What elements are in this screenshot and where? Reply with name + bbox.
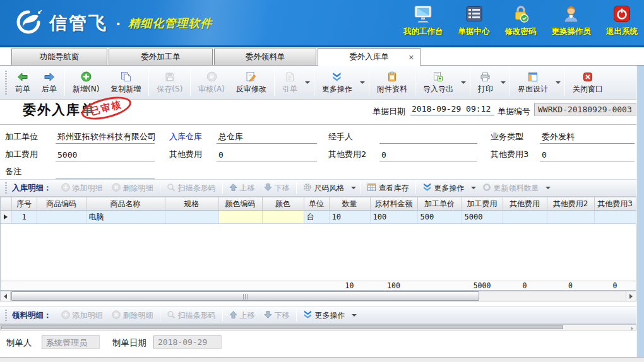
cell-other-fee[interactable]: [503, 211, 547, 224]
cell-color[interactable]: [262, 211, 304, 224]
document-center-button[interactable]: 单据中心: [458, 6, 490, 37]
import-export-button[interactable]: 导入导出: [417, 68, 459, 97]
dropdown-caret-icon[interactable]: [471, 187, 476, 189]
approve-button[interactable]: 审核(A): [193, 68, 230, 97]
col-header-other-fee3[interactable]: 其他费用3: [594, 197, 636, 211]
col-header-spec[interactable]: 规格: [165, 197, 218, 211]
prev-doc-button[interactable]: 前单: [9, 68, 36, 97]
tab-material-issue[interactable]: 委外领料单: [214, 49, 316, 65]
field-value[interactable]: 0: [540, 150, 635, 161]
col-header-other-fee2[interactable]: 其他费用2: [547, 197, 594, 211]
save-button[interactable]: 保存(S): [151, 68, 188, 97]
field-value[interactable]: 0: [217, 150, 317, 161]
size-style-button[interactable]: 尺码风格: [299, 181, 349, 196]
col-header-other-fee[interactable]: 其他费用: [503, 197, 547, 211]
material-horizontal-scrollbar[interactable]: [0, 324, 636, 330]
cell-spec[interactable]: [165, 211, 218, 224]
scroll-left-button[interactable]: [1, 291, 11, 301]
close-window-button[interactable]: 关闭窗口: [567, 68, 609, 97]
dropdown-caret-icon[interactable]: [546, 187, 551, 189]
col-header-color-code[interactable]: 颜色编码: [218, 197, 262, 211]
cell-product-code[interactable]: [37, 211, 86, 224]
view-stock-button[interactable]: 查看库存: [362, 181, 414, 196]
grid-empty-area[interactable]: [1, 224, 636, 281]
dropdown-caret-icon[interactable]: [351, 187, 356, 189]
dropdown-caret-icon[interactable]: [556, 81, 561, 84]
field-value[interactable]: 5000: [56, 150, 155, 161]
col-header-product-name[interactable]: 商品名称: [86, 197, 165, 211]
tab-inbound-order[interactable]: 委外入库单 ✕: [318, 48, 420, 66]
tab-outsourcing-order[interactable]: 委外加工单: [109, 49, 213, 65]
field-value[interactable]: [56, 167, 155, 178]
delete-row-button[interactable]: 删除明细: [107, 181, 158, 196]
material-scan-barcode-button[interactable]: 扫描条形码: [162, 308, 220, 323]
col-header-material-amount[interactable]: 原材料金额: [370, 197, 417, 211]
col-header-process-fee[interactable]: 加工费用: [462, 197, 503, 211]
dropdown-caret-icon[interactable]: [461, 81, 466, 84]
material-more-actions-button[interactable]: 更多操作: [299, 308, 350, 323]
material-move-down-button[interactable]: 下移: [259, 308, 294, 323]
copy-new-button[interactable]: 复制新增: [105, 68, 146, 97]
next-doc-button[interactable]: 后单: [36, 68, 63, 97]
move-up-button[interactable]: 上移: [225, 181, 259, 196]
pull-doc-group: 引单: [277, 68, 312, 97]
col-header-process-price[interactable]: 加工单价: [417, 197, 462, 211]
cell-product-name[interactable]: 电脑: [86, 211, 165, 224]
cell-color-code[interactable]: [218, 211, 262, 224]
field-value[interactable]: 郑州亚拓软件科技有限公司: [56, 131, 155, 144]
material-move-up-button[interactable]: 上移: [225, 308, 259, 323]
tab-function-nav[interactable]: 功能导航窗: [11, 49, 107, 65]
row-selector-cell[interactable]: [1, 211, 11, 224]
toolbar-grip[interactable]: [5, 71, 7, 95]
attachments-button[interactable]: 附件资料: [371, 68, 413, 97]
dropdown-caret-icon[interactable]: [360, 81, 365, 84]
field-label-link[interactable]: 入库仓库: [169, 131, 217, 144]
cell-qty[interactable]: 10: [329, 211, 370, 224]
cell-seq[interactable]: 1: [11, 211, 37, 224]
tab-close-icon[interactable]: ✕: [408, 53, 414, 61]
scrollbar-thumb[interactable]: [1, 325, 563, 329]
col-header-color[interactable]: 颜色: [262, 197, 304, 211]
print-button[interactable]: 打印: [472, 68, 499, 97]
col-header-qty[interactable]: 数量: [329, 197, 370, 211]
col-header-product-code[interactable]: 商品编码: [37, 197, 86, 211]
exit-system-button[interactable]: 退出系统: [606, 5, 638, 37]
cell-other-fee2[interactable]: [547, 211, 594, 224]
more-actions-button[interactable]: 更多操作: [316, 68, 358, 97]
scroll-right-button[interactable]: [626, 291, 636, 301]
dropdown-caret-icon[interactable]: [501, 81, 506, 84]
scan-barcode-button[interactable]: 扫描条形码: [162, 181, 220, 196]
field-value[interactable]: [379, 132, 477, 144]
field-value[interactable]: 0: [379, 150, 477, 161]
add-row-button[interactable]: 添加明细: [57, 181, 107, 196]
dropdown-caret-icon[interactable]: [305, 81, 310, 84]
update-material-qty-button[interactable]: 更新领料数量: [478, 181, 544, 196]
ui-design-button[interactable]: 界面设计: [512, 68, 554, 97]
workbench-button[interactable]: 我的工作台: [403, 5, 443, 37]
add-new-button[interactable]: 新增(N): [67, 68, 105, 97]
scrollbar-thumb[interactable]: [11, 291, 479, 301]
doc-date-field[interactable]: 2018-09-29 09:12: [410, 104, 494, 115]
detail-more-actions-button[interactable]: 更多操作: [418, 181, 469, 196]
cell-process-price[interactable]: 500: [417, 211, 462, 224]
cell-material-amount[interactable]: 100: [370, 211, 417, 224]
cell-other-fee3[interactable]: [594, 211, 636, 224]
table-row[interactable]: 1 电脑 台 10 100 500 5000: [1, 211, 636, 224]
toolbar-grip[interactable]: [5, 182, 7, 194]
cell-unit[interactable]: 台: [304, 211, 329, 224]
material-delete-row-button[interactable]: 删除明细: [107, 308, 158, 323]
col-header-unit[interactable]: 单位: [304, 197, 329, 211]
toolbar-grip[interactable]: [5, 310, 7, 321]
dropdown-caret-icon[interactable]: [352, 314, 357, 317]
pull-doc-button[interactable]: 引单: [277, 68, 303, 97]
switch-operator-button[interactable]: 更换操作员: [552, 5, 592, 37]
grid-horizontal-scrollbar[interactable]: [0, 291, 636, 301]
cell-process-fee[interactable]: 5000: [462, 211, 503, 224]
unapprove-edit-button[interactable]: 反审修改: [230, 68, 272, 97]
field-value[interactable]: 总仓库: [217, 131, 317, 144]
field-value[interactable]: 委外发料: [540, 131, 635, 144]
change-password-button[interactable]: 修改密码: [505, 5, 537, 37]
material-add-row-button[interactable]: 添加明细: [57, 308, 107, 323]
col-header-seq[interactable]: 序号: [11, 197, 37, 211]
move-down-button[interactable]: 下移: [259, 181, 294, 196]
